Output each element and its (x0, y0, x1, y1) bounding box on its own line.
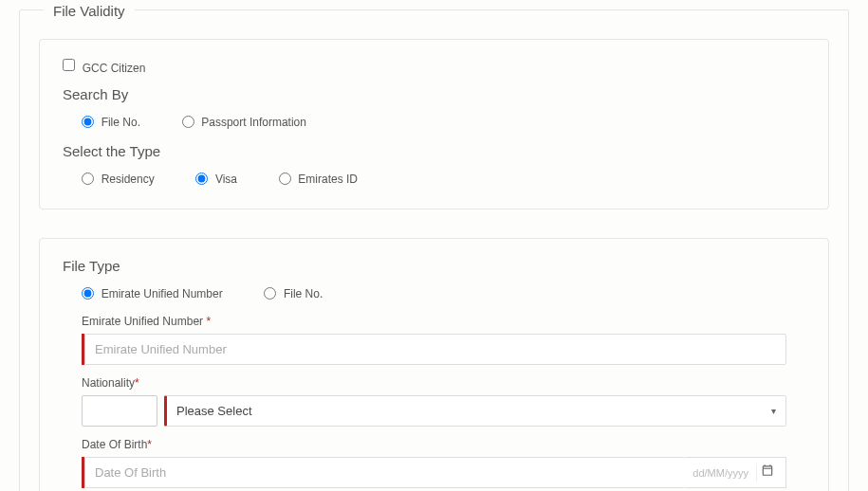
dob-format-hint: dd/MM/yyyy (693, 467, 748, 479)
eun-field-label: Emirate Unified Number * (82, 315, 786, 328)
type-emirates-id-radio[interactable] (279, 173, 291, 185)
type-emirates-id-label[interactable]: Emirates ID (298, 173, 358, 186)
dob-right-addon: dd/MM/yyyy (685, 457, 786, 488)
dob-label-text: Date Of Birth (82, 438, 147, 451)
search-by-file-no-label[interactable]: File No. (102, 115, 140, 128)
search-options-panel: GCC Citizen Search By File No. Passport … (39, 39, 829, 209)
required-mark: * (147, 438, 152, 451)
dob-field-block: Date Of Birth* dd/MM/yyyy (82, 438, 786, 488)
file-type-panel: File Type Emirate Unified Number File No… (39, 238, 829, 491)
type-residency-radio[interactable] (82, 173, 94, 185)
file-type-file-no-label[interactable]: File No. (284, 286, 323, 300)
gcc-citizen-label[interactable]: GCC Citizen (83, 62, 146, 75)
search-by-passport-label[interactable]: Passport Information (201, 115, 306, 128)
required-mark: * (206, 315, 211, 328)
search-by-passport-radio[interactable] (182, 116, 194, 128)
chevron-down-icon: ▾ (771, 406, 776, 416)
file-type-eun-radio[interactable] (82, 287, 94, 300)
nationality-label-text: Nationality (82, 376, 135, 390)
select-type-heading: Select the Type (63, 143, 805, 159)
eun-input[interactable] (84, 334, 786, 365)
required-mark: * (135, 376, 139, 390)
gcc-citizen-row: GCC Citizen (63, 59, 805, 75)
fieldset-legend: File Validity (44, 3, 135, 19)
file-type-heading: File Type (63, 258, 805, 274)
search-by-heading: Search By (63, 86, 805, 102)
select-type-radio-group: Residency Visa Emirates ID (63, 167, 805, 190)
search-by-radio-group: File No. Passport Information (63, 110, 805, 133)
nationality-selected-text: Please Select (176, 404, 252, 418)
file-validity-fieldset: File Validity GCC Citizen Search By File… (19, 9, 849, 491)
dob-field-label: Date Of Birth* (82, 438, 786, 451)
nationality-select[interactable]: Please Select ▾ (164, 395, 786, 427)
file-type-eun-label[interactable]: Emirate Unified Number (102, 286, 223, 300)
calendar-icon[interactable] (756, 464, 778, 482)
dob-input[interactable] (84, 457, 685, 488)
nationality-code-input[interactable] (82, 395, 157, 427)
eun-input-wrap (82, 334, 786, 365)
type-visa-radio[interactable] (195, 173, 208, 185)
nationality-field-block: Nationality* Please Select ▾ (82, 376, 786, 427)
nationality-field-label: Nationality* (82, 376, 786, 390)
file-type-file-no-radio[interactable] (264, 287, 276, 300)
type-residency-label[interactable]: Residency (102, 173, 155, 186)
dob-input-wrap (82, 457, 685, 488)
type-visa-label[interactable]: Visa (215, 173, 237, 186)
eun-field-block: Emirate Unified Number * (82, 315, 786, 365)
file-type-radio-group: Emirate Unified Number File No. (63, 282, 805, 304)
eun-field-label-text: Emirate Unified Number (82, 315, 206, 328)
gcc-citizen-checkbox[interactable] (63, 59, 75, 71)
search-by-file-no-radio[interactable] (82, 116, 94, 128)
